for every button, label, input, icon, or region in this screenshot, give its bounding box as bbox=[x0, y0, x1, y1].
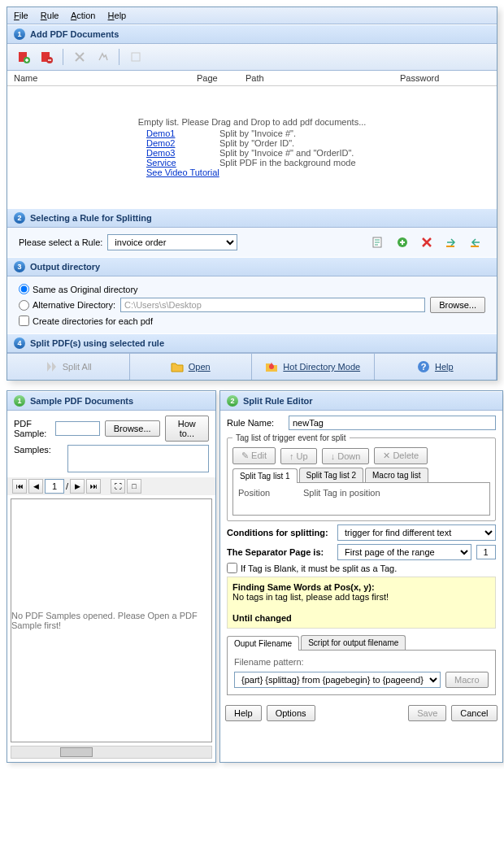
scrollbar-thumb[interactable] bbox=[60, 747, 93, 757]
rule-name-input[interactable] bbox=[289, 416, 496, 430]
macro-button[interactable]: Macro bbox=[445, 672, 489, 688]
finding-words-panel: Finding Same Words at Pos(x, y): No tags… bbox=[227, 577, 496, 629]
tag-up-button[interactable]: ↑ Up bbox=[280, 448, 317, 464]
section-1-header: 1 Add PDF Documents bbox=[7, 24, 497, 44]
pattern-select[interactable]: {part} {splittag} from {pagebegin} to {p… bbox=[234, 672, 441, 688]
editor-save-button[interactable]: Save bbox=[408, 705, 446, 721]
nav-first-icon[interactable]: ⏮ bbox=[12, 479, 27, 494]
section-2-title: Selecting a Rule for Splitting bbox=[30, 213, 152, 223]
editor-pane: 2 Split Rule Editor Rule Name: Tag list … bbox=[219, 390, 503, 763]
tag-tab-body: Position Split Tag in position bbox=[232, 483, 490, 516]
sample-title: Sample PDF Documents bbox=[30, 396, 133, 406]
col-position: Position bbox=[238, 488, 303, 498]
service-link[interactable]: Service bbox=[146, 158, 219, 168]
output-tab-body: Filename pattern: {part} {splittag} from… bbox=[227, 651, 496, 695]
tag-list-fieldset: Tag list of trigger event for split ✎ Ed… bbox=[227, 433, 496, 521]
split-all-button[interactable]: Split All bbox=[7, 354, 130, 380]
editor-cancel-button[interactable]: Cancel bbox=[451, 705, 497, 721]
tab-output-filename[interactable]: Ouput Filename bbox=[227, 636, 299, 651]
create-dirs-option[interactable]: Create directories for each pdf bbox=[19, 316, 485, 326]
menu-rule[interactable]: Rule bbox=[41, 11, 59, 20]
create-dirs-checkbox[interactable] bbox=[19, 316, 29, 326]
page-input[interactable] bbox=[45, 479, 64, 494]
svg-rect-8 bbox=[471, 246, 479, 247]
demo2-link[interactable]: Demo2 bbox=[146, 138, 219, 148]
editor-badge: 2 bbox=[227, 395, 238, 407]
tab-macro-tag[interactable]: Macro tag list bbox=[365, 468, 428, 482]
rule-delete-icon[interactable] bbox=[417, 233, 437, 252]
editor-help-button[interactable]: Help bbox=[225, 705, 262, 721]
tab-output-script[interactable]: Script for output filename bbox=[301, 635, 406, 650]
pdf-viewer[interactable]: No PDF Samples opened. Please Open a PDF… bbox=[11, 498, 212, 742]
sample-pane: 1 Sample PDF Documents PDF Sample: Brows… bbox=[7, 390, 216, 763]
section-4-title: Split PDF(s) using selected rule bbox=[30, 338, 164, 348]
viewer-scrollbar[interactable] bbox=[11, 746, 212, 759]
editor-options-button[interactable]: Options bbox=[267, 705, 315, 721]
rule-export-icon[interactable] bbox=[466, 233, 485, 252]
demo1-desc: Split by "Invoice #". bbox=[219, 128, 296, 138]
col-name[interactable]: Name bbox=[14, 73, 197, 83]
tab-split-tag-2[interactable]: Split Tag list 2 bbox=[299, 468, 364, 482]
col-password[interactable]: Password bbox=[400, 73, 465, 83]
svg-text:?: ? bbox=[421, 362, 427, 372]
rule-import-icon[interactable] bbox=[441, 233, 461, 252]
zoom-actual-icon[interactable]: □ bbox=[127, 479, 141, 494]
alt-dir-radio[interactable] bbox=[19, 300, 29, 311]
rule-select-label: Please select a Rule: bbox=[19, 237, 102, 247]
col-path[interactable]: Path bbox=[245, 73, 400, 83]
video-tutorial-link[interactable]: See Video Tutorial bbox=[146, 168, 219, 177]
rule-select[interactable]: invoice order bbox=[107, 234, 237, 250]
separator-number[interactable] bbox=[476, 545, 496, 559]
same-dir-option[interactable]: Same as Original directory bbox=[19, 284, 485, 294]
editor-header: 2 Split Rule Editor bbox=[220, 391, 502, 411]
open-button[interactable]: Open bbox=[130, 354, 253, 380]
conditions-label: Conditions for splitting: bbox=[227, 528, 332, 537]
tag-tabs: Split Tag list 1 Split Tag list 2 Macro … bbox=[232, 468, 490, 483]
alt-dir-option[interactable]: Alternative Directory: bbox=[19, 300, 115, 311]
blank-tag-checkbox[interactable] bbox=[227, 563, 237, 573]
rule-edit-icon[interactable] bbox=[368, 233, 388, 252]
samples-textarea[interactable] bbox=[67, 445, 209, 472]
tool-button-5[interactable] bbox=[126, 47, 146, 67]
remove-pdf-button[interactable] bbox=[37, 47, 56, 67]
blank-tag-option[interactable]: If Tag is Blank, it must be split as a T… bbox=[227, 563, 496, 573]
tool-button-4[interactable] bbox=[93, 47, 112, 67]
nav-next-icon[interactable]: ▶ bbox=[70, 479, 85, 494]
browse-dir-button[interactable]: Browse... bbox=[430, 297, 485, 313]
menu-help[interactable]: Help bbox=[108, 11, 127, 20]
col-splittag: Split Tag in position bbox=[303, 488, 380, 498]
tool-button-3[interactable] bbox=[70, 47, 89, 67]
help-button[interactable]: ?Help bbox=[375, 354, 497, 380]
menu-action[interactable]: Action bbox=[71, 11, 96, 20]
col-page[interactable]: Page bbox=[197, 73, 245, 83]
pdf-sample-input[interactable] bbox=[55, 421, 100, 436]
tag-legend: Tag list of trigger event for split bbox=[232, 433, 350, 442]
menu-file[interactable]: File bbox=[14, 11, 28, 20]
add-pdf-button[interactable] bbox=[14, 47, 33, 67]
tag-edit-button[interactable]: ✎ Edit bbox=[232, 447, 276, 464]
nav-last-icon[interactable]: ⏭ bbox=[86, 479, 101, 494]
howto-button[interactable]: How to... bbox=[165, 416, 209, 442]
output-tabs: Ouput Filename Script for output filenam… bbox=[227, 635, 496, 651]
nav-prev-icon[interactable]: ◀ bbox=[28, 479, 43, 494]
rule-select-row: Please select a Rule: invoice order bbox=[7, 228, 497, 257]
tag-down-button[interactable]: ↓ Down bbox=[322, 448, 370, 464]
zoom-fit-icon[interactable]: ⛶ bbox=[111, 479, 125, 494]
file-list-empty[interactable]: Empty list. Please Drag and Drop to add … bbox=[7, 86, 497, 208]
separator-select[interactable]: First page of the range bbox=[337, 544, 471, 560]
alt-dir-input[interactable] bbox=[120, 298, 425, 312]
column-headers: Name Page Path Password bbox=[7, 71, 497, 86]
browse-sample-button[interactable]: Browse... bbox=[105, 420, 160, 437]
same-dir-radio[interactable] bbox=[19, 284, 29, 294]
hot-directory-button[interactable]: Hot Directory Mode bbox=[252, 354, 375, 380]
step-1-badge: 1 bbox=[14, 28, 25, 40]
tab-split-tag-1[interactable]: Split Tag list 1 bbox=[232, 468, 298, 483]
conditions-select[interactable]: trigger for find different text bbox=[337, 524, 496, 541]
rule-add-icon[interactable] bbox=[393, 233, 412, 252]
tag-delete-button[interactable]: ✕ Delete bbox=[374, 447, 428, 464]
demo3-link[interactable]: Demo3 bbox=[146, 148, 219, 158]
demo1-link[interactable]: Demo1 bbox=[146, 128, 219, 138]
empty-message: Empty list. Please Drag and Drop to add … bbox=[138, 117, 367, 127]
section-4-header: 4 Split PDF(s) using selected rule bbox=[7, 333, 497, 353]
separator bbox=[119, 49, 119, 65]
